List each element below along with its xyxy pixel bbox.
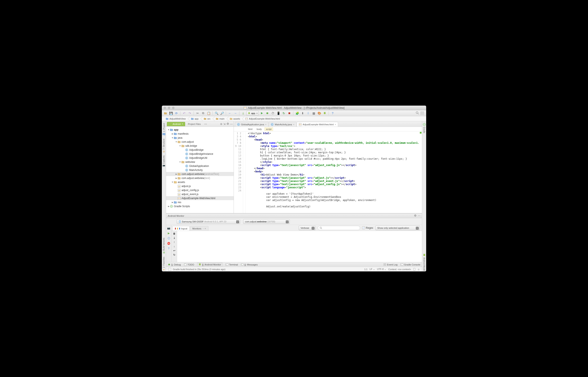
line-separator[interactable]: LF ⌄: [370, 268, 375, 271]
settings-icon[interactable]: [226, 122, 229, 126]
tree-node[interactable]: ▼app: [166, 128, 234, 132]
tab-scroll-left-icon[interactable]: ◂: [204, 123, 205, 125]
tree-node[interactable]: adjust.js: [166, 184, 234, 188]
attach-button[interactable]: 📱: [276, 111, 281, 116]
down-button[interactable]: ↓: [174, 245, 175, 248]
tool-android-model[interactable]: Android Model: [423, 253, 426, 271]
up-button[interactable]: ↑: [174, 241, 175, 244]
ddms-button[interactable]: ⇩: [306, 111, 311, 116]
back-button[interactable]: ←: [227, 111, 232, 116]
open-button[interactable]: [163, 111, 168, 116]
tree-node[interactable]: GlobalApplication: [166, 164, 234, 168]
editor-tab[interactable]: MainActivity.java×: [269, 122, 296, 127]
project-tab-files[interactable]: Project Files: [186, 122, 203, 126]
tool-todo[interactable]: TODO: [184, 263, 194, 266]
system-info-button[interactable]: ⓘ: [167, 236, 171, 240]
readonly-lock-icon[interactable]: [413, 268, 415, 271]
monitor-hide-icon[interactable]: —: [418, 214, 420, 217]
tree-node[interactable]: ▼java: [166, 136, 234, 140]
tree-node[interactable]: MainActivity: [166, 168, 234, 172]
cut-button[interactable]: ✂: [195, 111, 200, 116]
code-text[interactable]: <!doctype html> <html> <head> <meta name…: [246, 131, 419, 213]
close-tab-icon[interactable]: ×: [265, 123, 266, 126]
sync-button[interactable]: ⟳: [174, 111, 179, 116]
editor-tab[interactable]: AdjustExample-WebView.html×: [297, 122, 338, 127]
structure-breadcrumb[interactable]: script: [265, 128, 273, 131]
stop-button[interactable]: [287, 111, 292, 116]
layout-button[interactable]: ▦: [311, 111, 316, 116]
scroll-end-button[interactable]: ⤓: [173, 236, 175, 239]
tree-node[interactable]: ▼sdk.bridge: [166, 144, 234, 148]
theme-button[interactable]: 🎨: [317, 111, 322, 116]
monitors-tab[interactable]: Monitors →∗: [190, 226, 208, 231]
tree-node[interactable]: AdjustExample-WebView.html: [166, 196, 234, 200]
log-output[interactable]: [177, 231, 422, 262]
error-stripe[interactable]: [419, 131, 422, 213]
code-area[interactable]: 1 2 3 4 5 6 7 8 9 10 11 12 13 14 15 16 1…: [234, 131, 422, 213]
search-everywhere-icon[interactable]: [416, 111, 419, 115]
breadcrumb-item[interactable]: AdjustWebView: [163, 117, 188, 121]
tool-messages[interactable]: 0: Messages: [241, 263, 257, 266]
android-button[interactable]: [322, 111, 327, 116]
tool-gradle-console[interactable]: Gradle Console: [400, 263, 420, 266]
close-tab-icon[interactable]: ×: [293, 123, 294, 126]
tool-favorites[interactable]: ★2: Favorites: [163, 256, 165, 271]
tree-node[interactable]: ▶Gradle Scripts: [166, 204, 234, 208]
tree-node[interactable]: adjust_event.js: [166, 192, 234, 196]
caret-position[interactable]: 1:1: [364, 268, 367, 271]
tool-gradle[interactable]: Gradle: [423, 123, 426, 134]
log-search-field[interactable]: [322, 227, 358, 229]
project-tree[interactable]: ▼app▶manifests▼java▼com.adjust▼sdk.bridg…: [166, 127, 234, 213]
tool-structure[interactable]: ⌬7: Structure: [163, 138, 165, 153]
forward-button[interactable]: →: [233, 111, 238, 116]
tool-terminal[interactable]: Terminal: [226, 263, 238, 266]
help-button[interactable]: ?: [167, 247, 171, 250]
log-level-dropdown[interactable]: Verbose⌄: [299, 226, 316, 230]
context-label[interactable]: Context: <no context>: [388, 268, 411, 271]
coverage-button[interactable]: ↻: [281, 111, 286, 116]
tool-captures[interactable]: 📷Captures: [163, 155, 165, 168]
collapse-all-icon[interactable]: ⇲: [223, 122, 226, 126]
run-config-dropdown[interactable]: app: [246, 111, 259, 116]
profile-button[interactable]: ⏱: [270, 111, 275, 116]
tree-node[interactable]: AdjustBridgeUtil: [166, 156, 234, 160]
undo-button[interactable]: ↶: [182, 111, 187, 116]
terminate-button[interactable]: ⛔: [167, 242, 171, 245]
tree-node[interactable]: AdjustBridge: [166, 148, 234, 152]
debug-button[interactable]: [265, 111, 270, 116]
breadcrumb-item[interactable]: main: [213, 117, 227, 121]
record-button[interactable]: ▶: [167, 231, 171, 235]
monitor-settings-icon[interactable]: [414, 214, 417, 217]
file-encoding[interactable]: UTF-8 ⌄: [377, 268, 386, 271]
scroll-from-source-icon[interactable]: ⊕: [220, 122, 222, 126]
close-tab-icon[interactable]: ×: [335, 123, 336, 126]
sdk-button[interactable]: ⬇: [300, 111, 305, 116]
regex-checkbox[interactable]: ✓Regex: [362, 226, 373, 229]
screenshot-button[interactable]: 📷: [167, 226, 171, 230]
tab-scroll-right-icon[interactable]: ▸: [206, 123, 207, 125]
process-dropdown[interactable]: com.adjust.webview (18700) ⌄: [243, 219, 290, 224]
replace-button[interactable]: 🔎: [220, 111, 224, 116]
redo-button[interactable]: ↷: [188, 111, 192, 116]
breadcrumb-item[interactable]: assets: [227, 117, 242, 121]
save-button[interactable]: 💾: [169, 111, 173, 116]
tree-node[interactable]: ▶com.adjust.webview (test): [166, 176, 234, 180]
fold-column[interactable]: [243, 131, 246, 213]
project-tab-android[interactable]: Android▾: [167, 122, 185, 126]
hide-icon[interactable]: —: [230, 122, 233, 126]
tree-node[interactable]: ▶manifests: [166, 132, 234, 136]
tree-node[interactable]: ▶res: [166, 200, 234, 204]
logcat-tab[interactable]: ▮▮▮ logcat: [172, 226, 189, 231]
log-filter-dropdown[interactable]: Show only selected application⌄: [375, 226, 420, 230]
run-button[interactable]: [259, 111, 264, 116]
tree-node[interactable]: ▼com.adjust: [166, 140, 234, 144]
tree-node[interactable]: ▶com.adjust.webview (androidTest): [166, 172, 234, 176]
tool-event-log[interactable]: Event Log: [383, 263, 398, 266]
avd-button[interactable]: 🧩: [295, 111, 300, 116]
paste-button[interactable]: 📋: [206, 111, 211, 116]
editor-tab[interactable]: GlobalApplication.java×: [235, 122, 268, 127]
status-toggle-icon[interactable]: [168, 268, 171, 271]
tool-build-variants[interactable]: ▥Build Variants: [163, 237, 165, 254]
structure-breadcrumb[interactable]: html: [246, 128, 254, 131]
tree-node[interactable]: adjust_config.js: [166, 188, 234, 192]
